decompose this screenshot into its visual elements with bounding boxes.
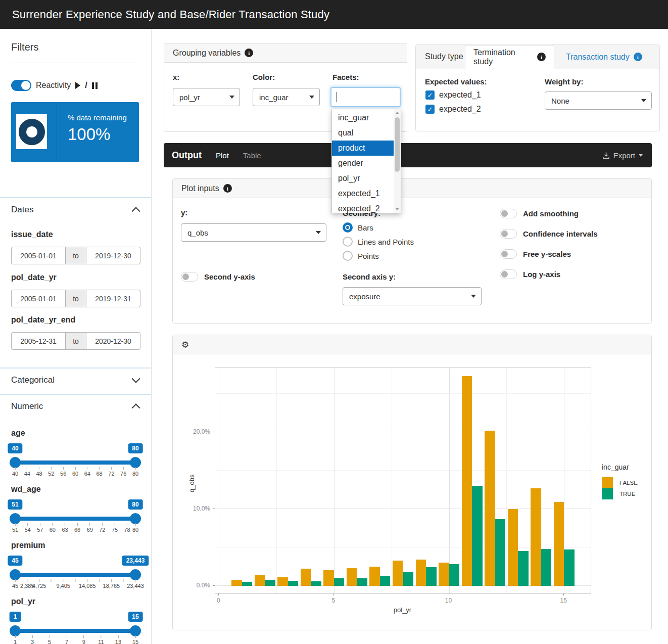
color-select[interactable]: inc_guar: [253, 88, 320, 106]
tab-termination-study[interactable]: Termination study i: [465, 45, 554, 69]
slider-handle-min[interactable]: [10, 625, 21, 636]
free-y-scales-toggle[interactable]: [500, 249, 517, 259]
scroll-down-icon[interactable]: [395, 208, 399, 210]
x-tick-mark: [449, 593, 449, 595]
geometry-lines-points-label[interactable]: Lines and Points: [358, 238, 414, 246]
radio-selected-icon[interactable]: [343, 222, 353, 233]
info-icon[interactable]: i: [223, 184, 232, 193]
gridline: [215, 432, 591, 432]
slider-max-value: 80: [128, 443, 142, 453]
tab-plot[interactable]: Plot: [216, 151, 229, 160]
slider-track[interactable]: [15, 517, 135, 521]
info-icon[interactable]: i: [245, 49, 253, 57]
y-select[interactable]: q_obs: [181, 223, 326, 242]
chevron-up-icon[interactable]: [132, 207, 140, 215]
free-y-scales-label[interactable]: Free y-scales: [523, 250, 571, 258]
slider-handle-min[interactable]: [10, 457, 21, 468]
facets-input[interactable]: [330, 87, 401, 107]
gear-icon[interactable]: ⚙: [181, 340, 189, 350]
facets-option-expected_1[interactable]: expected_1: [332, 186, 394, 201]
x-tick-label: 10: [445, 597, 452, 604]
grouping-variables-header: Grouping variables i: [164, 43, 407, 63]
bar-true-yr4: [311, 581, 321, 586]
second-axis-y-select[interactable]: exposure: [343, 287, 482, 305]
log-y-axis-label[interactable]: Log y-axis: [523, 270, 560, 279]
expected-1-checkbox[interactable]: [425, 90, 435, 100]
info-icon[interactable]: i: [634, 53, 642, 61]
geometry-bars-label[interactable]: Bars: [358, 223, 373, 232]
slider-track[interactable]: [15, 461, 135, 465]
reactivity-toggle[interactable]: [11, 80, 31, 91]
tab-transaction-study[interactable]: Transaction study i: [558, 45, 650, 69]
slider-track[interactable]: [15, 573, 135, 577]
x-select[interactable]: pol_yr: [173, 88, 240, 106]
chevron-down-icon[interactable]: [132, 375, 140, 383]
expected-2-checkbox[interactable]: [425, 105, 435, 114]
numeric-section-header[interactable]: Numeric: [0, 394, 151, 411]
output-title: Output: [172, 150, 202, 161]
scrollbar-thumb[interactable]: [395, 117, 400, 172]
second-y-axis-toggle[interactable]: [181, 272, 198, 282]
facets-option-expected_2[interactable]: expected_2: [332, 201, 394, 213]
slider-tick: 45: [12, 579, 18, 589]
slider-handle-max[interactable]: [130, 457, 141, 468]
slider-handle-max[interactable]: [130, 569, 141, 580]
categorical-section-header[interactable]: Categorical: [0, 367, 151, 385]
tab-table[interactable]: Table: [243, 151, 261, 160]
geometry-lines-points-option[interactable]: Lines and Points: [343, 237, 414, 247]
valuebox-icon-square: [16, 114, 47, 149]
slider-tick: 7: [65, 635, 68, 644]
date-to-input[interactable]: 2019-12-31: [86, 290, 140, 307]
expected-2-label[interactable]: expected_2: [439, 105, 481, 114]
slider-handle-max[interactable]: [130, 513, 141, 524]
date-to-input[interactable]: 2019-12-30: [86, 247, 140, 264]
dates-section-header[interactable]: Dates: [0, 197, 151, 215]
date-from-input[interactable]: 2005-01-01: [11, 247, 65, 264]
date-from-input[interactable]: 2005-01-01: [11, 290, 65, 307]
age-slider[interactable]: 40 80 4044485256606468727680: [11, 429, 140, 479]
slider-min-value: 40: [8, 443, 22, 453]
radio-icon[interactable]: [343, 251, 353, 261]
slider-handle-min[interactable]: [10, 569, 21, 580]
wd-age-slider[interactable]: 51 80 5154576063666972757880: [11, 485, 140, 535]
second-y-axis-label[interactable]: Second y-axis: [204, 272, 255, 281]
facets-option-qual[interactable]: qual: [332, 125, 394, 141]
slider-track[interactable]: [15, 629, 135, 633]
gridline: [276, 367, 277, 593]
geometry-bars-option[interactable]: Bars: [343, 222, 373, 233]
slider-tick: 54: [24, 523, 30, 533]
facets-option-inc_guar[interactable]: inc_guar: [332, 110, 394, 125]
geometry-points-label[interactable]: Points: [358, 252, 379, 260]
log-y-axis-toggle-row: Log y-axis: [500, 269, 560, 279]
slider-tick: 18,765: [103, 579, 120, 589]
weight-by-select[interactable]: None: [545, 91, 652, 110]
confidence-intervals-toggle[interactable]: [500, 229, 517, 239]
date-from-input[interactable]: 2005-12-31: [11, 332, 65, 350]
grouping-variables-title: Grouping variables: [173, 49, 241, 58]
valuebox-icon-zone: [11, 102, 57, 162]
gridline: [334, 367, 335, 593]
facets-option-pol_yr[interactable]: pol_yr: [332, 171, 394, 186]
add-smoothing-toggle[interactable]: [500, 209, 517, 218]
premium-slider[interactable]: 45 23,443 452,3854,7259,40514,08518,7652…: [11, 541, 140, 591]
slider-handle-max[interactable]: [130, 625, 141, 636]
expected-1-label[interactable]: expected_1: [439, 90, 481, 100]
facets-option-product[interactable]: product: [332, 141, 394, 156]
geometry-points-option[interactable]: Points: [343, 251, 379, 261]
radio-icon[interactable]: [343, 237, 353, 247]
pol-yr-slider[interactable]: 1 15 13579111315: [11, 597, 140, 644]
dropdown-scrollbar[interactable]: [394, 109, 401, 213]
slider-handle-min[interactable]: [10, 513, 21, 524]
export-button[interactable]: Export: [602, 151, 643, 160]
date-to-input[interactable]: 2020-12-30: [86, 332, 140, 350]
facets-option-gender[interactable]: gender: [332, 156, 394, 171]
slider-tick: 52: [48, 467, 54, 477]
chevron-up-icon[interactable]: [132, 403, 140, 412]
issue-date-filter: issue_date 2005-01-01 to 2019-12-30: [11, 230, 140, 239]
add-smoothing-label[interactable]: Add smoothing: [523, 209, 579, 218]
log-y-axis-toggle[interactable]: [500, 269, 517, 279]
confidence-intervals-label[interactable]: Confidence intervals: [523, 229, 598, 238]
y-tick-label: 0.0%: [180, 582, 210, 589]
info-icon[interactable]: i: [537, 53, 546, 61]
scroll-up-icon[interactable]: [395, 112, 399, 114]
